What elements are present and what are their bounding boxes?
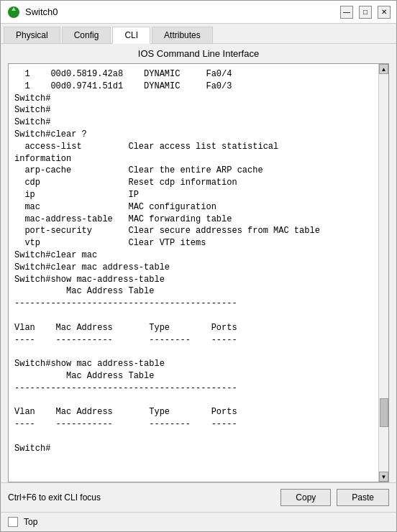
top-checkbox[interactable]: [8, 517, 18, 527]
window-controls: — □ ✕: [340, 6, 391, 19]
tab-cli[interactable]: CLI: [112, 27, 150, 44]
bottom-bar: Ctrl+F6 to exit CLI focus Copy Paste: [1, 482, 396, 512]
window-title: Switch0: [25, 6, 340, 17]
shortcut-label: Ctrl+F6 to exit CLI focus: [8, 492, 275, 503]
cli-header-label: IOS Command Line Interface: [1, 44, 396, 63]
scrollbar-down-arrow[interactable]: ▼: [379, 472, 388, 482]
cli-content[interactable]: 1 00d0.5819.42a8 DYNAMIC Fa0/4 1 00d0.97…: [9, 64, 378, 482]
tab-bar: Physical Config CLI Attributes: [1, 24, 396, 44]
maximize-button[interactable]: □: [359, 6, 372, 19]
footer: Top: [1, 512, 396, 531]
main-window: Switch0 — □ ✕ Physical Config CLI Attrib…: [0, 0, 397, 532]
minimize-button[interactable]: —: [340, 6, 353, 19]
scrollbar-thumb[interactable]: [380, 398, 388, 427]
tab-attributes[interactable]: Attributes: [152, 27, 213, 43]
title-bar: Switch0 — □ ✕: [1, 1, 396, 24]
tab-physical[interactable]: Physical: [4, 27, 60, 43]
tab-config[interactable]: Config: [62, 27, 111, 43]
copy-button[interactable]: Copy: [280, 489, 331, 506]
cli-scrollbar[interactable]: ▲ ▼: [378, 64, 388, 482]
cli-area: 1 00d0.5819.42a8 DYNAMIC Fa0/4 1 00d0.97…: [8, 63, 389, 482]
top-label: Top: [24, 517, 37, 527]
scrollbar-up-arrow[interactable]: ▲: [379, 64, 388, 74]
close-button[interactable]: ✕: [378, 6, 391, 19]
paste-button[interactable]: Paste: [337, 489, 389, 506]
app-icon: [6, 5, 21, 19]
